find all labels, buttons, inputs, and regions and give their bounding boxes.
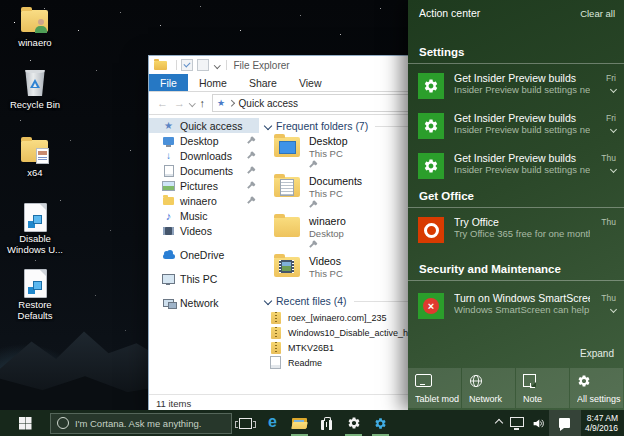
window-title: File Explorer [234, 60, 290, 71]
edge-button[interactable] [259, 410, 286, 436]
user-folder-icon [19, 6, 51, 36]
breadcrumb[interactable]: Quick access [239, 98, 298, 109]
this-pc-icon [162, 274, 175, 284]
clear-all-button[interactable]: Clear all [580, 8, 615, 19]
chevron-down-icon[interactable] [610, 86, 617, 93]
clock-time: 8:47 AM [585, 413, 618, 423]
notification-time: Fri [590, 113, 616, 123]
registry-file-icon [19, 202, 51, 232]
desktop-icon-x64[interactable]: x64 [5, 136, 65, 179]
notification-try-office[interactable]: Try Office Try Office 365 free for one m… [408, 212, 624, 250]
tile-tablet-mode[interactable]: Tablet mode [408, 368, 461, 408]
pin-icon [247, 153, 253, 159]
zip-archive-icon [270, 327, 281, 339]
settings-button[interactable] [340, 410, 367, 436]
wallpaper-stars [0, 0, 1, 1]
nav-item-downloads[interactable]: ↓ Downloads [149, 148, 259, 163]
gear-icon [577, 373, 591, 388]
action-center-button[interactable] [549, 410, 581, 436]
task-view-button[interactable] [232, 410, 259, 436]
back-button[interactable]: ← [157, 97, 168, 109]
notification-icon [559, 418, 570, 428]
tile-all-settings[interactable]: All settings [570, 368, 623, 408]
file-explorer-button[interactable] [286, 410, 313, 436]
desktop-icon-recycle-bin[interactable]: Recycle Bin [5, 68, 65, 111]
notification-insider-1[interactable]: Get Insider Preview builds Insider Previ… [408, 68, 624, 106]
insider-hub-button[interactable] [367, 410, 394, 436]
up-button[interactable]: ↑ [200, 97, 206, 109]
qat-properties-button[interactable] [181, 59, 193, 71]
clock[interactable]: 8:47 AM 4/9/2016 [581, 413, 624, 433]
windows-logo-icon [19, 417, 25, 423]
notification-smartscreen[interactable]: × Turn on Windows SmartScreen Windows Sm… [408, 288, 624, 326]
pin-icon [309, 202, 315, 208]
chevron-down-icon[interactable] [610, 306, 617, 313]
clock-date: 4/9/2016 [585, 423, 618, 433]
tab-home[interactable]: Home [188, 74, 238, 91]
nav-item-onedrive[interactable]: OneDrive [149, 247, 259, 262]
breadcrumb-chevron [228, 100, 234, 106]
item-count: 11 items [156, 398, 191, 409]
folder-icon [162, 197, 175, 205]
volume-tray-button[interactable] [528, 410, 549, 436]
nav-item-winaero[interactable]: winaero [149, 193, 259, 208]
hidden-icons-button[interactable] [492, 410, 506, 436]
music-icon: ♪ [162, 210, 175, 222]
quick-access-star-icon: ★ [217, 98, 225, 108]
pictures-icon [162, 181, 175, 191]
qat-customize-chevron[interactable] [214, 62, 220, 68]
forward-button[interactable]: → [174, 97, 185, 109]
nav-item-videos[interactable]: Videos [149, 223, 259, 238]
nav-item-music[interactable]: ♪ Music [149, 208, 259, 223]
nav-item-quick-access[interactable]: ★ Quick access [149, 118, 259, 133]
chevron-down-icon[interactable] [610, 166, 617, 173]
desktop-icon-restore-defaults[interactable]: Restore Defaults [5, 268, 65, 322]
nav-item-desktop[interactable]: Desktop [149, 133, 259, 148]
cortana-search-box[interactable]: I'm Cortana. Ask me anything. [50, 413, 232, 434]
desktop-icon-disable-windows-u[interactable]: Disable Windows U... [5, 202, 65, 256]
start-button[interactable] [0, 410, 50, 436]
documents-icon [162, 165, 175, 177]
store-button[interactable] [313, 410, 340, 436]
pin-icon [247, 168, 253, 174]
onedrive-cloud-icon [162, 251, 175, 259]
explorer-window-icon [154, 61, 167, 70]
nav-item-documents[interactable]: Documents [149, 163, 259, 178]
taskbar: I'm Cortana. Ask me anything. [0, 410, 624, 436]
tab-file[interactable]: File [149, 74, 188, 91]
globe-icon [469, 373, 483, 388]
tab-share[interactable]: Share [238, 74, 288, 91]
network-tray-button[interactable] [506, 410, 528, 436]
section-header-get-office: Get Office [419, 190, 474, 202]
videos-icon [162, 227, 175, 235]
expand-link[interactable]: Expand [580, 348, 614, 359]
action-center-title: Action center [419, 7, 480, 19]
tab-view[interactable]: View [288, 74, 333, 91]
office-icon [418, 217, 444, 243]
recycle-bin-icon [19, 68, 51, 98]
qat-new-folder-button[interactable] [197, 59, 209, 71]
zip-archive-icon [270, 342, 281, 354]
folder-desktop-icon [274, 137, 300, 157]
pin-icon [309, 162, 315, 168]
folder-with-files-icon [19, 136, 51, 166]
gear-icon [418, 73, 444, 99]
tile-network[interactable]: Network [462, 368, 515, 408]
notification-time: Thu [590, 217, 616, 227]
nav-item-pictures[interactable]: Pictures [149, 178, 259, 193]
chevron-down-icon[interactable] [610, 126, 617, 133]
notification-insider-3[interactable]: Get Insider Preview builds Insider Previ… [408, 148, 624, 186]
collapse-chevron-icon [264, 122, 272, 130]
desktop-icon-label: x64 [5, 168, 65, 179]
notification-time: Fri [590, 73, 616, 83]
text-file-icon [270, 356, 281, 369]
gear-icon [418, 153, 444, 179]
notification-insider-2[interactable]: Get Insider Preview builds Insider Previ… [408, 108, 624, 146]
nav-item-this-pc[interactable]: This PC [149, 271, 259, 286]
nav-item-network[interactable]: Network [149, 295, 259, 310]
navigation-pane: ★ Quick access Desktop ↓ Downloads Docum… [149, 115, 259, 394]
recent-locations-chevron[interactable] [189, 100, 195, 106]
desktop-icon-winaero[interactable]: winaero [5, 6, 65, 49]
quick-access-star-icon: ★ [162, 120, 175, 131]
tile-note[interactable]: Note [516, 368, 569, 408]
